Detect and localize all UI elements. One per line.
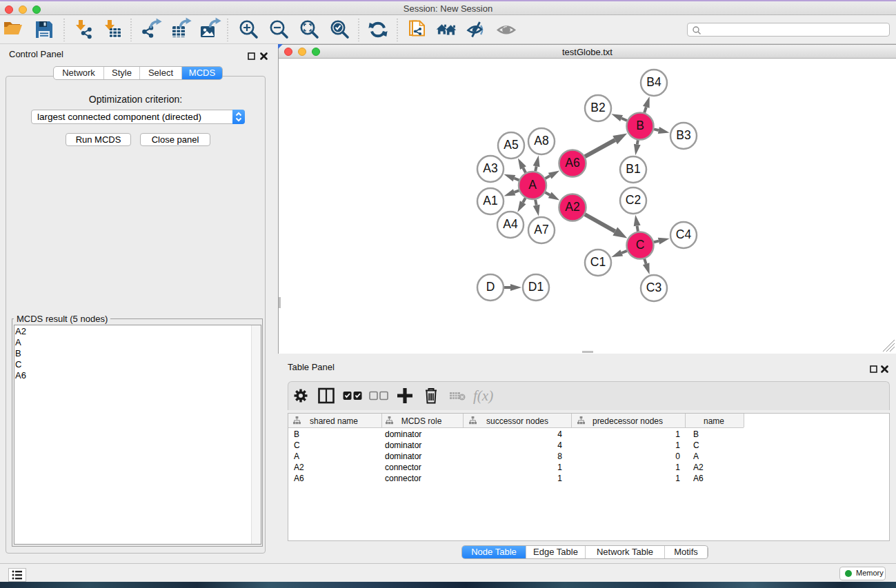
svg-text:B3: B3: [676, 128, 690, 142]
svg-text:A4: A4: [503, 217, 518, 231]
svg-text:connector: connector: [385, 463, 421, 472]
svg-text:name: name: [704, 416, 724, 426]
svg-text:C4: C4: [676, 227, 692, 241]
svg-text:C: C: [636, 238, 645, 252]
svg-text:MCDS role: MCDS role: [401, 416, 442, 426]
svg-text:A6: A6: [693, 474, 704, 483]
svg-text:B4: B4: [646, 75, 661, 89]
svg-text:A6: A6: [294, 474, 304, 483]
svg-text:D1: D1: [528, 280, 544, 294]
svg-text:C1: C1: [590, 255, 606, 269]
svg-text:A7: A7: [534, 223, 548, 236]
svg-text:shared name: shared name: [310, 416, 358, 426]
svg-text:dominator: dominator: [385, 452, 421, 461]
svg-text:1: 1: [675, 440, 680, 450]
svg-text:B: B: [294, 429, 299, 439]
svg-text:C: C: [294, 440, 300, 450]
svg-text:B: B: [693, 429, 699, 439]
svg-text:A2: A2: [693, 463, 704, 472]
svg-text:0: 0: [675, 452, 680, 461]
svg-text:B2: B2: [590, 101, 605, 114]
svg-text:1: 1: [557, 474, 562, 483]
svg-text:f(x): f(x): [473, 387, 493, 404]
svg-text:A3: A3: [483, 161, 497, 175]
svg-text:1: 1: [675, 463, 680, 472]
svg-text:B: B: [636, 119, 644, 132]
svg-text:A: A: [294, 452, 299, 461]
svg-text:1: 1: [675, 474, 680, 483]
svg-text:predecessor nodes: predecessor nodes: [593, 416, 663, 426]
svg-text:A1: A1: [483, 194, 497, 207]
svg-text:connector: connector: [385, 474, 421, 483]
svg-text:D: D: [486, 280, 495, 294]
svg-text:1: 1: [557, 463, 562, 472]
svg-text:A2: A2: [294, 463, 304, 472]
svg-text:A2: A2: [565, 200, 579, 214]
svg-text:A: A: [528, 178, 537, 192]
svg-text:A: A: [693, 452, 699, 461]
svg-text:A6: A6: [565, 156, 579, 170]
svg-text:A5: A5: [504, 138, 518, 152]
svg-text:4: 4: [557, 429, 562, 439]
svg-text:8: 8: [557, 452, 562, 461]
svg-text:B1: B1: [626, 162, 640, 176]
svg-text:C: C: [693, 440, 699, 450]
svg-text:C3: C3: [646, 281, 661, 294]
svg-text:dominator: dominator: [385, 429, 421, 439]
svg-text:successor nodes: successor nodes: [486, 416, 548, 426]
svg-text:4: 4: [557, 440, 562, 450]
svg-text:C2: C2: [626, 193, 641, 207]
svg-text:A8: A8: [534, 134, 548, 148]
svg-text:dominator: dominator: [385, 440, 421, 450]
svg-text:1: 1: [675, 429, 680, 439]
